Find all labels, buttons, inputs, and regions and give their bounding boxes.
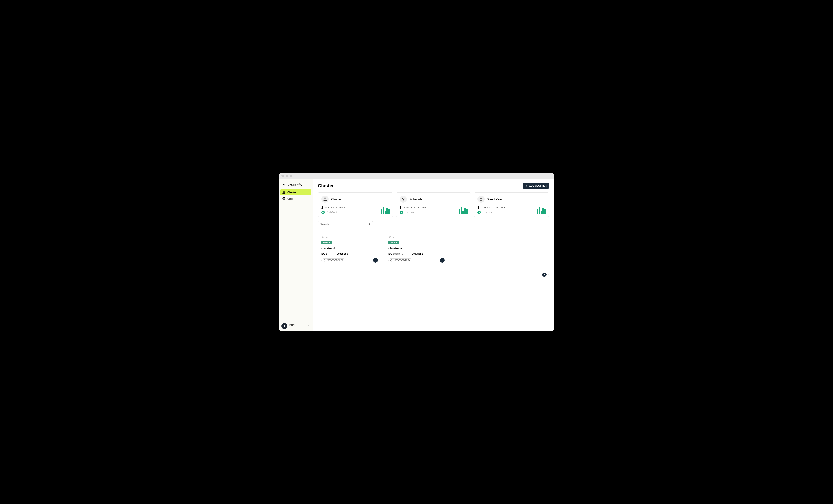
app-body: Dragonfly Cluster [279, 179, 554, 331]
svg-line-2 [283, 184, 283, 184]
cluster-id: ID : 2 [388, 235, 445, 238]
nav-item-cluster[interactable]: Cluster [280, 190, 311, 195]
timestamp: 2023-08-07-16:38 [327, 259, 343, 261]
svg-point-11 [284, 325, 285, 326]
nav-item-user[interactable]: User [280, 196, 311, 202]
check-icon [322, 211, 325, 214]
svg-point-10 [284, 198, 284, 199]
idc-label: IDC : [322, 252, 327, 255]
chevron-up-down-icon [307, 325, 310, 327]
pin-icon [477, 211, 481, 214]
nav: Cluster User [279, 190, 312, 202]
open-cluster-button[interactable] [373, 258, 378, 262]
stat-count: 1 [477, 206, 479, 209]
expand-toggle[interactable] [307, 324, 310, 328]
cluster-name: cluster-2 [388, 247, 445, 250]
stat-count: 1 [400, 206, 402, 209]
timestamp-chip: 2023-08-07-16:38 [322, 258, 346, 262]
cluster-icon [282, 191, 286, 194]
pager-prev[interactable]: ‹ [540, 273, 541, 276]
mini-chart-icon [459, 207, 468, 214]
nav-item-label: Cluster [287, 191, 297, 194]
stat-card-scheduler: Scheduler 1 number of scheduler 1 active [396, 192, 471, 217]
svg-rect-8 [284, 193, 285, 194]
cluster-icon [323, 197, 327, 201]
timestamp-chip: 2023-08-07-18:24 [388, 258, 412, 262]
page-title: Cluster [318, 183, 334, 188]
svg-point-24 [479, 212, 480, 213]
pager-next[interactable]: › [548, 273, 549, 276]
pager-page[interactable]: 1 [542, 273, 547, 277]
stat-sub-count: 2 [326, 211, 328, 214]
svg-point-17 [402, 198, 403, 199]
search-box[interactable] [318, 221, 373, 227]
location-label: Location : [337, 252, 348, 255]
traffic-maximize[interactable] [290, 175, 292, 177]
scheduler-icon [401, 197, 405, 201]
nav-item-label: User [287, 197, 293, 200]
cluster-card: ID : 1 Default cluster-1 IDC : - Locatio… [318, 232, 381, 266]
traffic-close[interactable] [281, 175, 284, 177]
svg-rect-15 [324, 200, 325, 201]
stat-card-cluster: Cluster 2 number of cluster 2 default [318, 192, 393, 217]
stat-title: Cluster [331, 197, 341, 201]
add-cluster-button[interactable]: ADD CLUSTER [523, 183, 549, 188]
pin-icon [400, 211, 403, 214]
mini-chart-icon [381, 207, 390, 214]
stat-card-seedpeer: Seed Peer 1 number of seed peer 1 active [474, 192, 549, 217]
stat-icon-seedpeer [477, 196, 485, 203]
svg-point-18 [404, 198, 404, 199]
avatar-icon [283, 324, 286, 328]
idc-label: IDC : [388, 252, 394, 255]
app-window: Dragonfly Cluster [279, 173, 554, 331]
search-icon [367, 223, 371, 226]
svg-point-0 [284, 184, 284, 185]
user-meta: root - [289, 324, 305, 329]
svg-point-20 [401, 212, 402, 213]
add-button-label: ADD CLUSTER [529, 184, 547, 187]
brand: Dragonfly [279, 179, 312, 190]
stat-sub-label: active [407, 211, 414, 214]
svg-line-26 [370, 225, 370, 226]
svg-point-25 [368, 223, 370, 225]
sidebar-user[interactable]: root - [279, 321, 312, 331]
svg-rect-16 [326, 200, 327, 201]
stat-title: Scheduler [409, 197, 424, 201]
dragonfly-logo-icon [282, 183, 286, 186]
cluster-id: ID : 1 [322, 235, 378, 238]
search-input[interactable] [320, 223, 367, 226]
stat-sub-count: 1 [404, 211, 406, 214]
svg-point-19 [403, 200, 403, 200]
cluster-meta: IDC : - Location : - [322, 252, 378, 255]
sidebar: Dragonfly Cluster [279, 179, 313, 331]
pagination: ‹ 1 › [318, 273, 549, 277]
cluster-name: cluster-1 [322, 247, 378, 250]
traffic-minimize[interactable] [286, 175, 288, 177]
arrow-right-icon [441, 259, 444, 261]
location-value: - [424, 252, 425, 255]
user-name: root [289, 324, 305, 326]
clock-icon [390, 259, 392, 261]
clusters-grid: ID : 1 Default cluster-1 IDC : - Locatio… [318, 232, 549, 266]
open-cluster-button[interactable] [440, 258, 445, 262]
svg-rect-6 [284, 191, 284, 192]
stat-count-label: number of cluster [326, 206, 345, 209]
svg-line-5 [284, 185, 285, 185]
timestamp: 2023-08-07-18:24 [394, 259, 410, 261]
cluster-meta: IDC : cluster-2 Location : - [388, 252, 445, 255]
svg-line-4 [283, 185, 284, 185]
avatar [281, 323, 287, 329]
plus-icon [525, 184, 528, 187]
stat-icon-cluster [322, 196, 329, 203]
brand-name: Dragonfly [287, 183, 302, 186]
default-badge: Default [388, 241, 399, 244]
stat-sub-label: default [329, 211, 337, 214]
titlebar [279, 173, 554, 179]
main: Cluster ADD CLUSTER [313, 179, 554, 331]
stat-icon-scheduler [400, 196, 407, 203]
user-sub: - [289, 326, 305, 329]
user-icon [282, 197, 286, 200]
idc-value: - [328, 252, 328, 255]
mini-chart-icon [537, 207, 546, 214]
svg-rect-14 [325, 198, 326, 199]
